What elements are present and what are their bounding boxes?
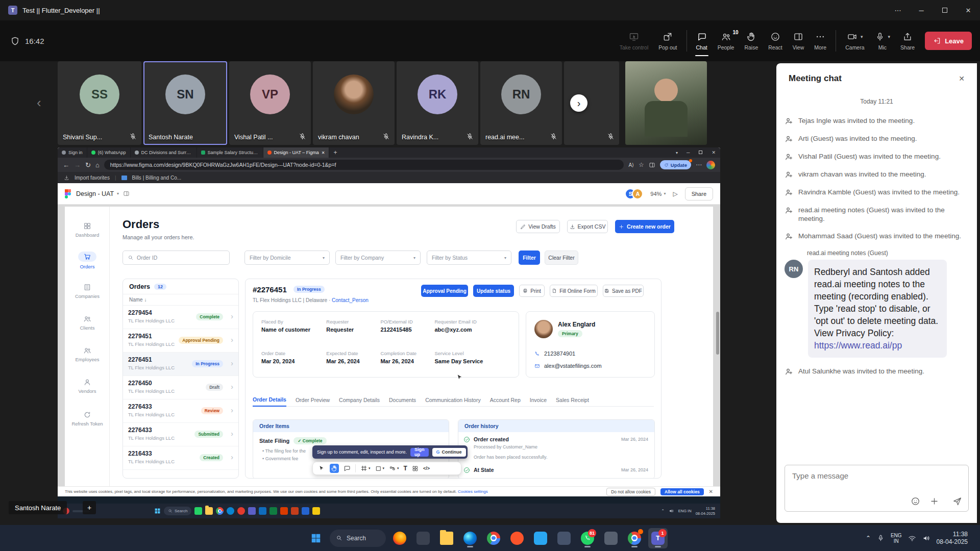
figma-share-button[interactable]: Share [685, 187, 713, 201]
create-order-button[interactable]: Create new order [615, 220, 674, 233]
actions-tool-icon[interactable] [412, 465, 419, 472]
order-row-selected[interactable]: 2276451TL Flex Holdings LLC In Progress› [123, 353, 238, 376]
tab-order-details[interactable]: Order Details [253, 393, 286, 407]
update-status-button[interactable]: Update status [473, 285, 514, 297]
import-favorites-link[interactable]: Import favorites [75, 175, 110, 181]
fill-online-form-button[interactable]: Fill Online Form [550, 285, 598, 297]
tab-account-rep[interactable]: Account Rep [490, 397, 521, 403]
pop-out-button[interactable]: Pop out [653, 24, 682, 57]
more-button[interactable]: More [809, 24, 831, 57]
contact-phone[interactable]: 2123874901 [534, 350, 575, 357]
window-close-button[interactable]: ✕ [957, 0, 980, 20]
browser-maximize-icon[interactable] [694, 150, 707, 155]
collaborator-avatar[interactable]: A [632, 188, 643, 199]
shared-app-icon[interactable] [205, 507, 213, 515]
google-continue-button[interactable]: G Continue [432, 448, 466, 457]
shared-app-icon[interactable] [312, 507, 320, 515]
language-indicator[interactable]: ENGIN [891, 533, 902, 544]
sidebar-item-orders[interactable]: Orders [65, 252, 110, 269]
sidebar-item-companies[interactable]: Companies [65, 283, 110, 299]
back-icon[interactable]: ← [63, 161, 69, 169]
shared-app-icon[interactable] [302, 507, 309, 515]
taskbar-app[interactable] [601, 528, 621, 548]
shared-app-icon[interactable] [248, 507, 256, 515]
filter-status-select[interactable]: Filter by Status▾ [427, 251, 511, 265]
text-tool-icon[interactable]: T [404, 465, 407, 472]
sidebar-item-dashboard[interactable]: Dashboard [65, 222, 110, 238]
figma-file-name[interactable]: Design - UAT [76, 190, 114, 197]
pages-panel-icon[interactable] [123, 190, 130, 197]
taskbar-edge[interactable] [460, 528, 480, 548]
tab-sales-receipt[interactable]: Sales Receipt [556, 397, 589, 403]
save-pdf-button[interactable]: Save as PDF [603, 285, 644, 297]
canvas-scrollbar[interactable] [716, 312, 719, 355]
browser-tab-salary-sheet[interactable]: Sample Salary Structure with calc [197, 147, 263, 158]
read-aloud-icon[interactable]: A⟩ [628, 162, 634, 168]
tab-invoice[interactable]: Invoice [530, 397, 547, 403]
tab-close-icon[interactable]: ✕ [322, 151, 325, 155]
order-row[interactable]: 2276433TL Flex Holdings LLC Submitted› [123, 423, 238, 446]
taskbar-brave[interactable] [507, 528, 527, 548]
wifi-icon[interactable] [908, 534, 916, 542]
tab-company-details[interactable]: Company Details [339, 397, 380, 403]
mic-dropdown-icon[interactable]: ▾ [888, 34, 891, 39]
window-maximize-button[interactable] [933, 0, 957, 20]
participant-video-tile[interactable] [625, 61, 707, 145]
connector-tool-icon[interactable]: ▾ [389, 465, 399, 472]
start-button[interactable] [306, 528, 326, 548]
shared-search[interactable]: Search [164, 507, 191, 515]
shared-app-icon[interactable] [270, 507, 277, 515]
zoom-level[interactable]: 94% [650, 191, 662, 197]
participant-tile[interactable]: SS Shivani Sup... [58, 61, 141, 145]
browser-tab-whatsapp[interactable]: (6) WhatsApp [87, 147, 131, 158]
tab-search-icon[interactable]: ▾ [672, 151, 682, 155]
order-row[interactable]: 2216433TL Flex Holdings LLC Created› [123, 446, 238, 470]
participant-tile[interactable]: VP Vishal Patil ... [229, 61, 311, 145]
raise-hand-button[interactable]: Raise [739, 24, 763, 57]
new-tab-button[interactable]: + [333, 149, 337, 156]
tab-order-preview[interactable]: Order Preview [296, 397, 330, 403]
taskbar-app[interactable] [413, 528, 433, 548]
taskbar-chrome[interactable] [484, 528, 503, 548]
browser-tab-signin[interactable]: Sign in [58, 147, 87, 158]
participant-tile[interactable]: RN read.ai mee... [480, 61, 562, 145]
url-bar[interactable]: https://www.figma.com/design/9BKQ0FOHRWa… [104, 160, 624, 170]
hand-tool-icon[interactable] [330, 464, 339, 473]
shared-app-icon[interactable] [259, 507, 266, 515]
filter-company-select[interactable]: Filter by Company▾ [335, 251, 421, 265]
sidebar-item-employees[interactable]: Employees [65, 346, 110, 362]
export-csv-button[interactable]: Export CSV [567, 220, 608, 233]
shared-clock[interactable]: 11:3808-04-2025 [696, 506, 715, 516]
clear-filter-button[interactable]: Clear Filter [545, 251, 578, 265]
scroll-left-icon[interactable]: ‹ [37, 95, 41, 111]
participant-tile[interactable]: RK Ravindra K... [397, 61, 478, 145]
chat-button[interactable]: Chat [691, 24, 713, 57]
browser-minimize-icon[interactable]: ─ [682, 150, 694, 155]
sidebar-item-refresh-token[interactable]: Refresh Token [65, 411, 110, 427]
start-icon[interactable] [154, 508, 161, 514]
sidebar-item-vendors[interactable]: Vendors [65, 378, 110, 394]
orders-name-header[interactable]: Name ↓ [123, 294, 238, 306]
taskbar-teams[interactable]: T 1 [648, 528, 668, 548]
deny-cookies-button[interactable]: Do not allow cookies [606, 488, 655, 496]
send-icon[interactable] [952, 496, 962, 506]
refresh-icon[interactable]: ↻ [85, 161, 91, 169]
participant-tile[interactable]: vikram chavan [313, 61, 395, 145]
order-row[interactable]: 2276450TL Flex Holdings LLC Draft› [123, 376, 238, 399]
view-drafts-button[interactable]: View Drafts [516, 220, 560, 233]
view-button[interactable]: View [788, 24, 810, 57]
present-icon[interactable]: ▷ [673, 190, 677, 197]
favorite-star-icon[interactable]: ☆ [639, 161, 644, 168]
order-id-search[interactable]: Order ID [122, 251, 230, 265]
tab-communication-history[interactable]: Communication History [425, 397, 481, 403]
taskbar-search[interactable]: Search [330, 530, 386, 547]
mic-button[interactable]: ▾ Mic [870, 24, 896, 57]
cookie-settings-link[interactable]: Cookies settings [458, 489, 488, 494]
shared-app-icon[interactable] [237, 507, 245, 515]
file-dropdown-icon[interactable]: ▾ [117, 191, 119, 196]
volume-icon[interactable] [922, 534, 930, 542]
signup-button[interactable]: Sign up [410, 448, 429, 457]
allow-cookies-button[interactable]: Allow all cookies [660, 488, 704, 495]
chat-input-box[interactable] [785, 465, 969, 512]
zoom-dropdown-icon[interactable]: ▾ [664, 191, 666, 196]
